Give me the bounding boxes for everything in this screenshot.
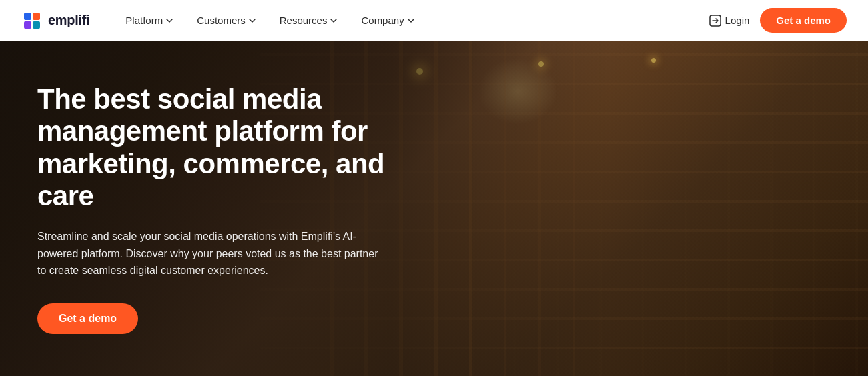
nav-links: Platform Customers Resources Company (113, 0, 709, 41)
chevron-down-icon (166, 17, 173, 24)
get-demo-nav-button[interactable]: Get a demo (760, 8, 847, 33)
hero-cta-button[interactable]: Get a demo (37, 303, 138, 334)
svg-rect-4 (33, 21, 40, 29)
nav-resources-label: Resources (280, 15, 328, 26)
navbar: emplifi Platform Customers Resources Com… (0, 0, 868, 41)
chevron-down-icon (249, 17, 256, 24)
svg-rect-1 (24, 13, 31, 20)
hero-section: The best social media management platfor… (0, 41, 868, 376)
logo-icon (21, 10, 43, 31)
login-icon (709, 15, 721, 27)
svg-rect-3 (24, 21, 31, 29)
nav-item-company[interactable]: Company (349, 0, 426, 41)
login-button[interactable]: Login (709, 15, 750, 27)
nav-company-label: Company (361, 15, 404, 26)
chevron-down-icon (408, 17, 414, 24)
logo-link[interactable]: emplifi (21, 10, 89, 31)
hero-content: The best social media management platfor… (0, 41, 454, 376)
chevron-down-icon (330, 17, 337, 24)
hero-subtext: Streamline and scale your social media o… (37, 228, 384, 279)
nav-customers-label: Customers (197, 15, 246, 26)
hero-headline: The best social media management platfor… (37, 83, 416, 212)
nav-platform-label: Platform (125, 15, 163, 26)
nav-item-customers[interactable]: Customers (185, 0, 268, 41)
login-label: Login (725, 15, 750, 26)
nav-right: Login Get a demo (709, 8, 847, 33)
nav-item-resources[interactable]: Resources (268, 0, 350, 41)
svg-rect-2 (33, 13, 40, 20)
brand-name: emplifi (48, 13, 89, 28)
nav-item-platform[interactable]: Platform (113, 0, 185, 41)
